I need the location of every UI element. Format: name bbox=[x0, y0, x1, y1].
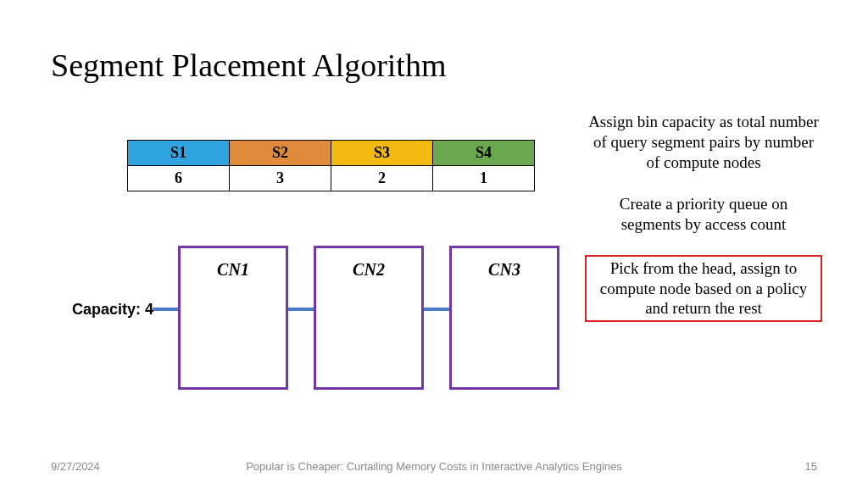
seg-header-s1: S1 bbox=[128, 141, 230, 166]
bin-cn2: CN2 bbox=[314, 246, 424, 390]
seg-value-s1: 6 bbox=[128, 166, 230, 191]
footer-page-number: 15 bbox=[805, 460, 817, 473]
segments-header-row: S1 S2 S3 S4 bbox=[128, 141, 535, 166]
step-1: Assign bin capacity as total number of q… bbox=[585, 110, 822, 174]
footer-title: Popular is Cheaper: Curtailing Memory Co… bbox=[0, 460, 868, 473]
step-2: Create a priority queue on segments by a… bbox=[585, 192, 822, 236]
bin-cn1: CN1 bbox=[178, 246, 288, 390]
compute-nodes: CN1 CN2 CN3 bbox=[178, 246, 559, 390]
segments-value-row: 6 3 2 1 bbox=[128, 166, 535, 191]
slide: Segment Placement Algorithm S1 S2 S3 S4 … bbox=[0, 0, 868, 488]
capacity-label: Capacity: 4 bbox=[72, 301, 153, 319]
bin-cn3: CN3 bbox=[449, 246, 559, 390]
slide-title: Segment Placement Algorithm bbox=[51, 47, 446, 84]
step-3: Pick from the head, assign to compute no… bbox=[585, 255, 822, 322]
seg-header-s2: S2 bbox=[230, 141, 331, 166]
algorithm-steps: Assign bin capacity as total number of q… bbox=[585, 110, 822, 341]
seg-header-s4: S4 bbox=[433, 141, 535, 166]
seg-value-s3: 2 bbox=[331, 166, 433, 191]
seg-value-s4: 1 bbox=[433, 166, 535, 191]
segments-table: S1 S2 S3 S4 6 3 2 1 bbox=[127, 140, 535, 191]
seg-value-s2: 3 bbox=[230, 166, 331, 191]
seg-header-s3: S3 bbox=[331, 141, 433, 166]
